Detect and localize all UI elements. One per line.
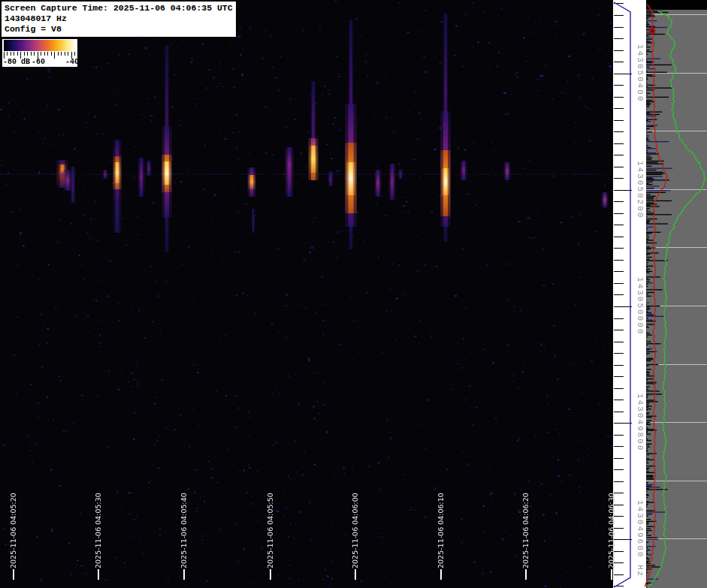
- time-axis-tick: [440, 569, 442, 580]
- time-axis-tick: [270, 569, 271, 580]
- capture-time-text: Screen Capture Time: 2025-11-06 04:06:35…: [5, 3, 233, 14]
- config-text: Config = V8: [5, 24, 233, 35]
- time-axis-tick: [525, 569, 527, 580]
- time-axis-tick: [98, 569, 99, 580]
- colorbar-label-max: -40: [65, 58, 79, 66]
- time-axis-label: 2025-11-06 04:05:50: [266, 493, 274, 568]
- capture-info-box: Screen Capture Time: 2025-11-06 04:06:35…: [1, 1, 237, 38]
- colorbar-label-min: -80 dB: [3, 58, 30, 66]
- time-axis-label: 2025-11-06 04:05:30: [94, 493, 102, 568]
- time-axis-label: 2025-11-06 04:05:20: [9, 493, 17, 568]
- time-axis-label: 2025-11-06 04:06:00: [351, 493, 359, 568]
- frequency-axis-label: 143049600 Hz: [636, 500, 645, 577]
- time-axis-label: 2025-11-06 04:06:10: [437, 493, 445, 568]
- time-axis-tick: [611, 569, 612, 580]
- frequency-axis-label: 143050200: [636, 161, 645, 219]
- frequency-axis-label: 143049800: [636, 394, 645, 451]
- spectrum-lab-screen: Screen Capture Time: 2025-11-06 04:06:35…: [0, 0, 707, 588]
- colorbar-gradient: [4, 40, 76, 51]
- time-axis-label: 2025-11-06 04:06:20: [521, 493, 530, 568]
- time-axis-tick: [355, 569, 356, 580]
- amplitude-colorbar: -80 dB -60 -40: [2, 39, 77, 67]
- colorbar-label-mid: -60: [32, 58, 45, 66]
- frequency-axis-label: 143050000: [636, 277, 645, 335]
- time-axis-label: 2025-11-06 04:05:40: [180, 493, 188, 568]
- center-frequency-text: 143048017 Hz: [5, 14, 233, 24]
- frequency-axis-label: 143050400: [636, 44, 645, 102]
- time-axis-tick: [183, 569, 185, 580]
- time-axis-label: 2025-11-06 04:06:30: [607, 493, 615, 568]
- time-axis-tick: [13, 569, 14, 580]
